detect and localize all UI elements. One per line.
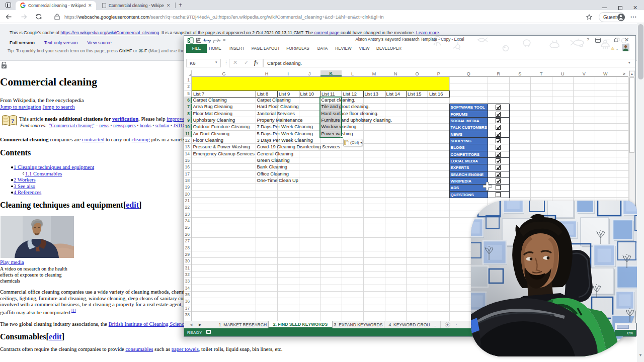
svg-text:?: ? (11, 117, 15, 125)
